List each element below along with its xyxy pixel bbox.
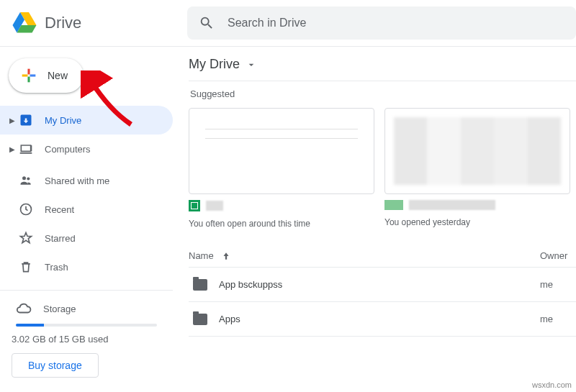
file-owner: me [540,314,576,324]
plus-icon [19,65,39,86]
redacted-filename [409,200,495,210]
folder-icon [193,314,207,325]
sidebar-divider [0,290,173,291]
logo-area[interactable]: Drive [0,10,187,36]
column-header-name[interactable]: Name [189,250,540,261]
column-header-owner[interactable]: Owner [540,250,576,261]
sidebar-item-computers[interactable]: ▶ Computers [0,135,173,163]
sidebar-item-label: Recent [45,204,74,215]
new-button-label: New [48,70,68,81]
search-input[interactable] [228,17,564,29]
sidebar-item-recent[interactable]: Recent [0,195,173,224]
file-name: App bsckuppss [219,279,540,290]
table-row[interactable]: App bsckuppss me [189,268,576,302]
sidebar: New ▶ My Drive ▶ Computers [0,47,179,392]
sidebar-item-label: Shared with me [45,176,109,186]
new-button[interactable]: New [9,58,84,93]
chevron-right-icon: ▶ [7,117,17,124]
table-row[interactable]: Apps me [189,302,576,337]
breadcrumb[interactable]: My Drive [189,57,576,81]
my-drive-icon [17,113,35,127]
clock-icon [17,202,35,216]
storage-progress [16,324,157,327]
suggested-row: You often open around this time You open… [189,108,576,229]
buy-storage-button[interactable]: Buy storage [12,353,99,378]
sidebar-item-shared[interactable]: Shared with me [0,166,173,195]
star-icon [17,231,35,245]
sidebar-item-label: Computers [45,144,91,155]
suggested-card[interactable]: You often open around this time [189,108,374,229]
app-header: Drive [0,0,576,46]
chevron-down-icon [246,59,257,70]
sidebar-item-label: Trash [45,262,68,273]
svg-point-1 [27,177,30,180]
drive-logo-icon [12,10,37,36]
storage-label: Storage [43,304,76,314]
watermark: wsxdn.com [532,380,572,389]
storage-text: 3.02 GB of 15 GB used [0,334,173,345]
cloud-icon [16,301,33,316]
sort-arrow-icon [221,251,231,261]
sidebar-item-my-drive[interactable]: ▶ My Drive [0,106,173,135]
svg-point-0 [22,176,26,180]
redacted-filename [206,201,223,211]
sidebar-item-starred[interactable]: Starred [0,224,173,252]
sidebar-item-label: Starred [45,233,76,244]
suggested-label: Suggested [190,88,576,99]
chevron-right-icon: ▶ [7,145,17,153]
table-header: Name Owner [189,245,576,268]
sidebar-item-trash[interactable]: Trash [0,252,173,281]
computers-icon [17,142,35,156]
app-name: Drive [45,14,81,32]
file-owner: me [540,279,576,290]
suggested-caption: You opened yesterday [384,217,570,227]
search-bar[interactable] [187,6,576,40]
sidebar-item-label: My Drive [45,115,81,126]
suggested-card[interactable]: You opened yesterday [384,108,570,229]
people-icon [17,173,35,188]
file-preview [384,108,570,194]
breadcrumb-title: My Drive [189,57,240,72]
suggested-caption: You often open around this time [189,219,374,229]
search-icon [199,15,215,31]
trash-icon [17,260,35,274]
sidebar-item-storage[interactable]: Storage [0,298,173,321]
folder-icon [193,279,207,291]
file-name: Apps [219,314,540,324]
file-preview [189,108,374,194]
main-content: My Drive Suggested You often open around… [179,47,576,392]
redacted-icon [384,200,403,210]
sheets-icon [189,200,200,211]
